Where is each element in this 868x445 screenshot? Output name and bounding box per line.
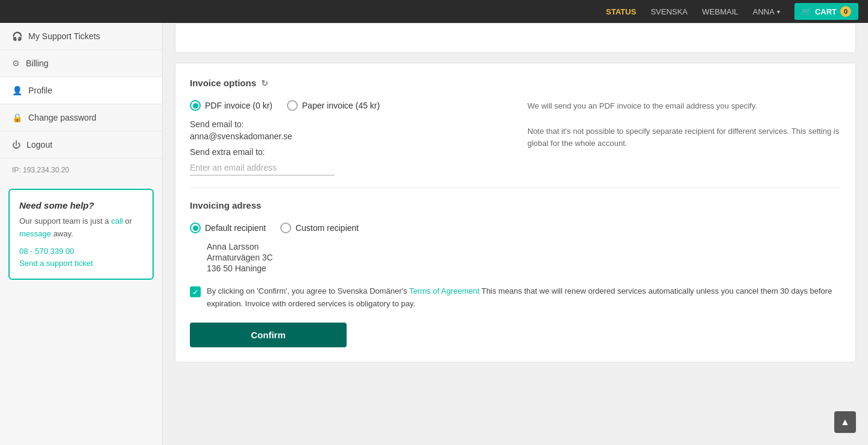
invoice-type-row: PDF invoice (0 kr) Paper invoice (45 kr) [190, 100, 503, 111]
phone-link[interactable]: 08 - 570 339 00 [19, 245, 143, 258]
call-link[interactable]: call [111, 216, 123, 226]
main-content: Invoice options ↻ PDF invoice (0 kr) [163, 23, 868, 445]
address-details: Anna Larsson Armaturvägen 3C 136 50 Hani… [190, 242, 841, 273]
cart-icon: 🛒 [802, 7, 811, 16]
custom-radio-outer [280, 222, 291, 233]
svenska-link[interactable]: SVENSKA [650, 7, 687, 16]
sidebar-item-profile[interactable]: 👤 Profile [0, 77, 162, 104]
cart-count: 0 [840, 6, 851, 17]
invoice-options-row: PDF invoice (0 kr) Paper invoice (45 kr)… [190, 100, 841, 175]
address-street: Armaturvägen 3C [207, 253, 841, 262]
recipient-type-row: Default recipient Custom recipient [190, 222, 841, 233]
gear-icon: ⚙ [12, 58, 20, 68]
webmail-link[interactable]: WEBMAIL [702, 7, 738, 16]
ip-address: IP: 193.234.30.20 [0, 159, 162, 181]
send-email-label: Send email to: [190, 119, 503, 129]
invoice-card: Invoice options ↻ PDF invoice (0 kr) [175, 63, 856, 362]
custom-recipient-option[interactable]: Custom recipient [280, 222, 359, 233]
power-icon: ⏻ [12, 140, 20, 150]
support-ticket-link[interactable]: Send a support ticket [19, 257, 143, 270]
address-city: 136 50 Haninge [207, 264, 841, 273]
top-navigation: STATUS SVENSKA WEBMAIL ANNA ▾ 🛒 CART 0 [0, 0, 868, 23]
sidebar-item-change-password[interactable]: 🔒 Change password [0, 104, 162, 131]
sidebar-label-change-password: Change password [28, 113, 96, 122]
refresh-icon[interactable]: ↻ [261, 78, 268, 88]
back-to-top-button[interactable]: ▲ [834, 411, 856, 433]
checkmark-icon: ✓ [192, 288, 199, 296]
invoice-options-title: Invoice options ↻ [190, 78, 841, 88]
pdf-radio-inner [193, 103, 198, 109]
terms-checkbox[interactable]: ✓ [190, 286, 201, 297]
lock-icon: 🔒 [12, 113, 22, 122]
sidebar-item-billing[interactable]: ⚙ Billing [0, 50, 162, 77]
user-menu[interactable]: ANNA ▾ [753, 7, 780, 16]
default-recipient-option[interactable]: Default recipient [190, 222, 266, 233]
invoice-description-2: Note that it's not possible to specify s… [527, 125, 841, 151]
profile-icon: 👤 [12, 86, 22, 95]
help-title: Need some help? [19, 198, 143, 213]
chevron-down-icon: ▾ [777, 8, 780, 15]
sidebar: 🎧 My Support Tickets ⚙ Billing 👤 Profile… [0, 23, 163, 445]
message-link[interactable]: message [19, 229, 51, 238]
help-text: Our support team is just a call or messa… [19, 215, 143, 241]
terms-text: By clicking on 'Confirm', you agree to S… [207, 285, 841, 311]
invoice-right-panel: We will send you an PDF invoice to the e… [527, 100, 841, 150]
sidebar-label-billing: Billing [26, 58, 48, 68]
sidebar-label-logout: Logout [27, 140, 52, 150]
extra-email-input[interactable] [190, 160, 335, 175]
help-box: Need some help? Our support team is just… [8, 189, 154, 280]
terms-row: ✓ By clicking on 'Confirm', you agree to… [190, 285, 841, 311]
sidebar-item-support-tickets[interactable]: 🎧 My Support Tickets [0, 23, 162, 50]
top-spacer [175, 23, 856, 53]
invoice-description-1: We will send you an PDF invoice to the e… [527, 100, 841, 113]
status-link[interactable]: STATUS [606, 7, 636, 16]
invoicing-address-title: Invoicing adress [190, 200, 841, 210]
sidebar-item-logout[interactable]: ⏻ Logout [0, 131, 162, 159]
default-radio-inner [193, 226, 198, 231]
address-name: Anna Larsson [207, 242, 841, 251]
pdf-invoice-option[interactable]: PDF invoice (0 kr) [190, 100, 272, 111]
cart-button[interactable]: 🛒 CART 0 [794, 3, 858, 20]
arrow-up-icon: ▲ [840, 417, 850, 428]
extra-email-label: Send extra email to: [190, 147, 503, 157]
pdf-radio-outer [190, 100, 201, 111]
current-email: anna@svenskadomaner.se [190, 131, 503, 141]
sidebar-label-profile: Profile [28, 86, 52, 95]
default-radio-outer [190, 222, 201, 233]
divider [190, 188, 841, 188]
headset-icon: 🎧 [12, 31, 22, 41]
confirm-button[interactable]: Confirm [190, 323, 347, 347]
paper-radio-outer [287, 100, 298, 111]
terms-link[interactable]: Terms of Agreement [409, 286, 479, 295]
invoice-left-panel: PDF invoice (0 kr) Paper invoice (45 kr)… [190, 100, 503, 175]
sidebar-label-support: My Support Tickets [28, 31, 100, 41]
invoicing-address-section: Invoicing adress Default recipient Custo… [190, 200, 841, 273]
paper-invoice-option[interactable]: Paper invoice (45 kr) [287, 100, 380, 111]
